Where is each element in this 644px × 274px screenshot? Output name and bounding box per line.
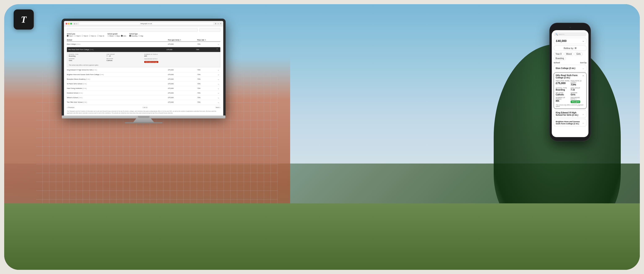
year8-option[interactable]: Year 8 xyxy=(82,35,88,37)
table-row[interactable]: The Tiffin Girls' School (2 mi.) £75,000… xyxy=(67,100,220,104)
school-fees: £75,000 xyxy=(168,74,197,76)
mobile-price-dropdown[interactable]: £40,000 ⌄ xyxy=(554,38,586,44)
mobile-school-item-eton[interactable]: Eton College (2 mi.) ⌄ xyxy=(554,65,586,72)
table-row[interactable]: Wilson's School (2 mi.) £75,000 73% ⌄ xyxy=(67,96,220,100)
year13-label: Year 13 xyxy=(99,35,104,37)
mobile-type-label: SCHOOL TYPE xyxy=(556,87,570,89)
school-fees: £75,000 xyxy=(168,43,197,45)
mobile-chip-year8[interactable]: Year 8 xyxy=(554,52,564,56)
age-group-value: 7 - 15 xyxy=(106,55,143,57)
school-pass: 73% xyxy=(197,92,216,94)
browser-share-icon[interactable]: ⬆ xyxy=(215,23,216,25)
mobile-religion-value: Catholic xyxy=(556,94,570,96)
table-row[interactable]: Brighton Hove and Sussex Sixth Form Coll… xyxy=(67,72,220,77)
year13-option[interactable]: Year 13 xyxy=(97,35,104,37)
mobile-kingedward-name: King Edward VI High School for Girls (2 … xyxy=(556,112,584,116)
school-year-label: School year xyxy=(67,33,104,34)
year6-option[interactable]: Year 6 xyxy=(74,35,80,37)
hillsroad-chevron-icon: ⌃ xyxy=(582,75,584,78)
mobile-search-text: earch b xyxy=(559,33,564,35)
table-row-highlighted[interactable]: Hills Road Sixth Form College (2 mi.) £7… xyxy=(67,47,220,52)
mobile-type-field: SCHOOL TYPE Boarding xyxy=(556,87,570,91)
eton-chevron-icon: ⌄ xyxy=(582,66,584,70)
mixed-option[interactable]: Mixed xyxy=(108,35,114,37)
year11-option[interactable]: Year 11 xyxy=(89,35,96,37)
age-group-detail: AGE GROUP 7 - 15 xyxy=(106,54,143,57)
iphone-front-camera xyxy=(570,27,571,28)
expand-btn[interactable]: ⌄ xyxy=(216,101,220,104)
mobile-refine-button[interactable]: Refine by ⊞ xyxy=(554,46,586,51)
mobile-gender-field: GENDER Girls xyxy=(571,92,584,96)
boarding-option[interactable]: Boarding xyxy=(129,35,137,37)
next-page[interactable]: Next > xyxy=(216,106,220,108)
macbook-screen-bezel: ◀ ▶ telegraph.co.uk ⬆ + ✕ School year xyxy=(62,19,225,116)
school-year-filter: School year Year 2 Year 6 xyxy=(67,33,104,37)
mobile-religion-label: RELIGION xyxy=(556,92,570,94)
mobile-school-item-kingedward[interactable]: King Edward VI High School for Girls (2 … xyxy=(554,110,586,118)
mobile-fees-label: FEES (PER TERM) xyxy=(556,80,570,82)
mobile-pupils-field: NUMBER OF PUPILS 865 xyxy=(556,97,570,103)
year2-option[interactable]: Year 2 xyxy=(67,35,73,37)
browser-url-bar[interactable]: telegraph.co.uk xyxy=(78,22,214,25)
mobile-filter-chips: Year 8 Mixed Girls Boarding xyxy=(554,52,586,60)
school-pass: 73% xyxy=(197,88,216,89)
school-payment-note: This school only offers a full term paym… xyxy=(69,64,218,66)
minimize-dot[interactable] xyxy=(68,23,70,24)
mobile-pupils-label: NUMBER OF PUPILS xyxy=(556,97,570,100)
pupils-value: 865 xyxy=(144,55,218,57)
mobile-school-item-brighton[interactable]: Brighton Hove and Sussex Sixth Form Coll… xyxy=(554,119,586,126)
gender-radio-group: Mixed Boys Girls xyxy=(108,35,126,37)
table-row[interactable]: King Edward VI High School for Girls (2 … xyxy=(67,68,220,72)
table-row[interactable]: Hwa Chong Institution (2 mi.) £75,000 73… xyxy=(67,86,220,91)
age-group-label: AGE GROUP xyxy=(106,54,143,55)
prev-page[interactable]: < Previous xyxy=(67,106,74,108)
school-fees: £75,000 xyxy=(168,83,197,85)
day-option[interactable]: Day xyxy=(138,35,143,37)
maximize-dot[interactable] xyxy=(70,23,72,24)
close-dot[interactable] xyxy=(66,23,67,24)
year-radio-group: Year 2 Year 6 Year 8 xyxy=(67,35,104,37)
expand-btn[interactable]: ⌄ xyxy=(216,73,220,76)
mobile-school-list: Eton College (2 mi.) ⌄ Hills Road Sixth … xyxy=(554,65,586,126)
mobile-sort-label[interactable]: Sort by xyxy=(580,62,586,64)
browser-more-icon[interactable]: ✕ xyxy=(220,23,222,25)
macbook-notch-bar xyxy=(138,116,150,118)
table-row[interactable]: St Paul's Girl's School (2 mi.) £75,000 … xyxy=(67,82,220,86)
mobile-chip-girls[interactable]: Girls xyxy=(574,52,582,56)
expand-btn[interactable]: ⌄ xyxy=(216,43,220,46)
browser-chrome-bar: ◀ ▶ telegraph.co.uk ⬆ + ✕ xyxy=(64,21,223,26)
browser-add-tab-icon[interactable]: + xyxy=(218,22,219,25)
expand-btn[interactable]: ⌄ xyxy=(216,78,220,80)
expand-btn[interactable]: ⌄ xyxy=(216,92,220,94)
mobile-search-top[interactable]: 🔍 earch b xyxy=(554,32,586,36)
school-gender-filter: School gender Mixed Boys xyxy=(108,33,126,37)
mobile-chip-boarding[interactable]: Boarding xyxy=(554,56,566,60)
browser-forward-icon[interactable]: ▶ xyxy=(76,23,78,25)
expand-btn[interactable]: ⌄ xyxy=(216,68,220,71)
mobile-pass-value: 73% xyxy=(571,83,584,86)
mobile-chip-mixed[interactable]: Mixed xyxy=(564,52,574,56)
school-name: The Tiffin Girls' School (2 mi.) xyxy=(67,101,168,103)
collapse-btn[interactable]: ⌃ xyxy=(215,48,219,51)
mobile-eton-name: Eton College (2 mi.) ⌄ xyxy=(556,66,584,70)
gender-detail: GENDER Girls xyxy=(69,58,105,63)
table-row[interactable]: Kendrick School (2 mi.) £75,000 73% ⌄ xyxy=(67,91,220,96)
girls-option[interactable]: Girls xyxy=(121,35,126,37)
search-button[interactable] xyxy=(199,28,220,32)
browser-back-icon[interactable]: ◀ xyxy=(74,23,75,25)
mobile-price-chevron: ⌄ xyxy=(582,40,584,42)
col-header-pass[interactable]: Pass rate ⇅ xyxy=(197,39,216,41)
table-row[interactable]: Brampton Manor Academy (2 mi.) £75,000 7… xyxy=(67,77,220,82)
col-header-fees[interactable]: Fees (per term) ⇅ xyxy=(168,39,197,41)
pupils-label: NUMBER OF PUPILS xyxy=(144,54,218,55)
mobile-feegrade-label: FEE/GRADE RATIO ℹ xyxy=(571,97,584,100)
expand-btn[interactable]: ⌄ xyxy=(216,87,220,90)
expand-btn[interactable]: ⌄ xyxy=(216,82,220,85)
location-input[interactable] xyxy=(67,28,198,32)
expand-btn[interactable]: ⌄ xyxy=(216,96,220,99)
mobile-agegroup-label: AGE GROUP xyxy=(571,87,584,89)
mobile-school-item-hillsroad[interactable]: Hills Road Sixth Form College (2 mi.) ⌃ … xyxy=(554,72,586,109)
boys-option[interactable]: Boys xyxy=(114,35,120,37)
school-pass: 73% xyxy=(197,43,216,45)
table-row[interactable]: Eton College (2 mi.) £75,000 73% ⌄ xyxy=(67,42,220,47)
